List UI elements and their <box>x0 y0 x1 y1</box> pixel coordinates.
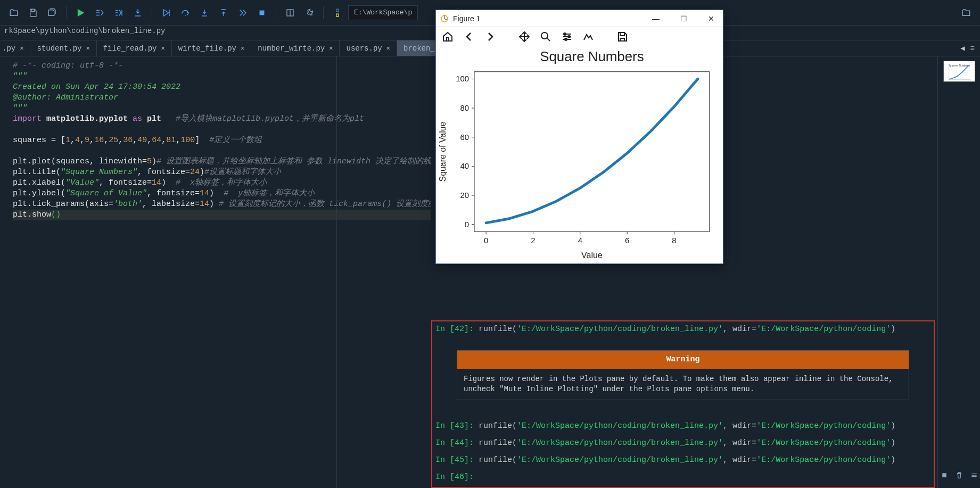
tab-student-py[interactable]: student.py✕ <box>30 40 96 56</box>
working-dir-input[interactable]: E:\WorkSpace\p <box>348 5 418 20</box>
run-cell-button[interactable] <box>91 4 108 21</box>
svg-text:Square Numbers: Square Numbers <box>948 64 970 67</box>
figure-title-text: Figure 1 <box>453 14 480 23</box>
step-out-button[interactable] <box>215 4 232 21</box>
forward-icon[interactable] <box>484 30 497 43</box>
run-cell-advance-button[interactable] <box>110 4 127 21</box>
run-button[interactable] <box>72 4 89 21</box>
plots-menu-icon[interactable] <box>969 470 979 481</box>
svg-point-8 <box>564 33 566 35</box>
tab-users-py[interactable]: users.py✕ <box>340 40 397 56</box>
maximize-button[interactable]: ☐ <box>676 14 691 23</box>
figure-titlebar[interactable]: Figure 1 — ☐ ✕ <box>436 10 723 27</box>
svg-text:0: 0 <box>465 220 469 229</box>
tab-file_read-py[interactable]: file_read.py✕ <box>97 40 172 56</box>
debug-button[interactable] <box>158 4 175 21</box>
svg-text:8: 8 <box>672 236 676 245</box>
layout-button[interactable] <box>282 4 299 21</box>
close-icon[interactable]: ✕ <box>161 44 165 52</box>
svg-text:60: 60 <box>460 133 469 142</box>
svg-text:20: 20 <box>460 191 469 200</box>
save-button[interactable] <box>24 4 42 21</box>
plots-pane: Square Numbers <box>937 56 980 488</box>
warning-body: Figures now render in the Plots pane by … <box>457 369 909 400</box>
svg-text:40: 40 <box>460 161 469 170</box>
preferences-button[interactable] <box>301 4 318 21</box>
tab-scroll-left-icon[interactable]: ◀ <box>960 44 965 53</box>
close-icon[interactable]: ✕ <box>86 44 89 52</box>
svg-text:Value: Value <box>581 251 603 260</box>
tab-number_wirte-py[interactable]: number_wirte.py✕ <box>251 40 340 56</box>
svg-rect-0 <box>260 11 264 15</box>
tab-partial[interactable]: .py✕ <box>0 40 30 56</box>
configure-icon[interactable] <box>561 30 573 43</box>
window-close-button[interactable]: ✕ <box>704 14 719 23</box>
svg-text:Square of Value: Square of Value <box>438 121 447 181</box>
svg-point-10 <box>565 38 567 40</box>
pan-icon[interactable] <box>518 30 531 43</box>
matplotlib-icon <box>440 14 449 23</box>
plot-thumbnail[interactable]: Square Numbers <box>943 61 975 82</box>
run-selection-button[interactable] <box>129 4 146 21</box>
continue-button[interactable] <box>234 4 251 21</box>
svg-text:Square Numbers: Square Numbers <box>540 49 644 64</box>
figure-toolbar <box>436 27 723 46</box>
svg-text:2: 2 <box>531 236 535 245</box>
svg-rect-5 <box>942 474 946 477</box>
open-folder-button[interactable] <box>5 4 22 21</box>
svg-text:0: 0 <box>484 236 488 245</box>
svg-text:4: 4 <box>578 236 582 245</box>
svg-point-7 <box>541 32 548 39</box>
warning-banner: WarningFigures now render in the Plots p… <box>457 350 909 400</box>
stop-button[interactable] <box>253 4 270 21</box>
svg-point-9 <box>568 36 570 38</box>
close-icon[interactable]: ✕ <box>20 44 23 52</box>
warning-title: Warning <box>457 351 909 369</box>
save-all-button[interactable] <box>44 4 61 21</box>
ruler-line <box>336 56 337 488</box>
close-icon[interactable]: ✕ <box>386 44 390 52</box>
close-icon[interactable]: ✕ <box>241 44 244 52</box>
browse-dir-button[interactable] <box>958 4 975 21</box>
edit-axis-icon[interactable] <box>582 30 595 43</box>
step-into-button[interactable] <box>196 4 213 21</box>
save-figure-icon[interactable] <box>616 30 629 43</box>
python-icon[interactable] <box>329 4 346 21</box>
code-editor[interactable]: # -*- coding: utf-8 -*-"""Created on Sun… <box>0 56 431 488</box>
working-dir-text: E:\WorkSpace\p <box>354 9 412 16</box>
home-icon[interactable] <box>441 30 454 43</box>
tab-list-icon[interactable]: ≡ <box>970 44 975 53</box>
minimize-button[interactable]: — <box>648 14 663 23</box>
stop-kernel-icon[interactable] <box>939 470 950 481</box>
svg-rect-12 <box>474 72 710 232</box>
step-over-button[interactable] <box>177 4 194 21</box>
svg-text:100: 100 <box>456 74 469 83</box>
delete-plot-icon[interactable] <box>954 470 965 481</box>
zoom-icon[interactable] <box>539 30 552 43</box>
svg-text:80: 80 <box>460 103 469 112</box>
svg-text:6: 6 <box>625 236 629 245</box>
close-icon[interactable]: ✕ <box>329 44 333 52</box>
back-icon[interactable] <box>463 30 475 43</box>
figure-window[interactable]: Figure 1 — ☐ ✕ Square Numbers02468020406… <box>435 10 723 264</box>
tab-wirte_file-py[interactable]: wirte_file.py✕ <box>172 40 251 56</box>
chart-area: Square Numbers02468020406080100ValueSqua… <box>436 46 723 263</box>
ipython-console[interactable]: In [42]: runfile('E:/WorkSpace/python/co… <box>431 320 935 488</box>
